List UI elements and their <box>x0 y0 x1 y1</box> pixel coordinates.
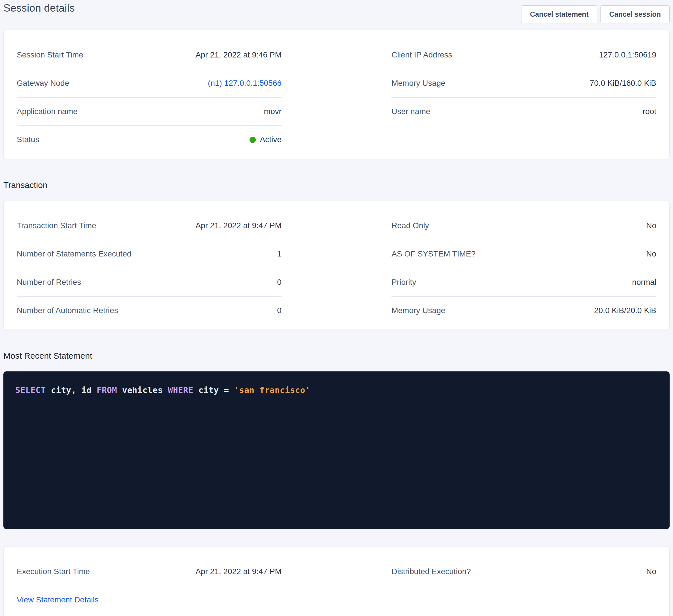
application-name-label: Application name <box>17 107 77 116</box>
gateway-node-label: Gateway Node <box>17 79 69 88</box>
session-start-time-value: Apr 21, 2022 at 9:46 PM <box>195 51 281 59</box>
session-card-right-column: Client IP Address 127.0.0.1:50619 Memory… <box>392 41 656 154</box>
distributed-execution-value: No <box>646 567 656 576</box>
sql-string-literal: 'san francisco' <box>234 385 310 395</box>
row-execution-start-time: Execution Start Time Apr 21, 2022 at 9:4… <box>17 558 281 586</box>
status-value: Active <box>250 135 281 144</box>
row-read-only: Read Only No <box>392 212 656 240</box>
cancel-statement-button[interactable]: Cancel statement <box>521 5 597 23</box>
row-distributed-execution: Distributed Execution? No <box>392 558 656 586</box>
execution-card: Execution Start Time Apr 21, 2022 at 9:4… <box>3 547 670 616</box>
transaction-heading: Transaction <box>3 180 670 190</box>
page-title: Session details <box>3 2 75 14</box>
row-session-memory-usage: Memory Usage 70.0 KiB/160.0 KiB <box>392 69 656 98</box>
row-transaction-start-time: Transaction Start Time Apr 21, 2022 at 9… <box>17 212 281 240</box>
session-card-left-column: Session Start Time Apr 21, 2022 at 9:46 … <box>17 41 281 154</box>
priority-value: normal <box>632 278 656 287</box>
row-priority: Priority normal <box>392 268 656 297</box>
priority-label: Priority <box>392 278 416 287</box>
session-memory-usage-value: 70.0 KiB/160.0 KiB <box>590 79 656 88</box>
read-only-label: Read Only <box>392 221 429 230</box>
row-client-ip: Client IP Address 127.0.0.1:50619 <box>392 41 656 69</box>
row-session-start-time: Session Start Time Apr 21, 2022 at 9:46 … <box>17 41 281 69</box>
transaction-card: Transaction Start Time Apr 21, 2022 at 9… <box>3 201 670 330</box>
transaction-card-left-column: Transaction Start Time Apr 21, 2022 at 9… <box>17 212 281 324</box>
row-application-name: Application name movr <box>17 98 281 126</box>
row-automatic-retries: Number of Automatic Retries 0 <box>17 297 281 325</box>
row-as-of-system-time: AS OF SYSTEM TIME? No <box>392 240 656 268</box>
sql-statement-box: SELECT city, id FROM vehicles WHERE city… <box>3 371 670 529</box>
client-ip-label: Client IP Address <box>392 51 452 59</box>
number-of-retries-label: Number of Retries <box>17 278 81 287</box>
execution-start-time-label: Execution Start Time <box>17 567 90 576</box>
session-start-time-label: Session Start Time <box>17 51 83 59</box>
transaction-card-right-column: Read Only No AS OF SYSTEM TIME? No Prior… <box>392 212 656 324</box>
status-text: Active <box>260 135 281 144</box>
execution-card-left-column: Execution Start Time Apr 21, 2022 at 9:4… <box>17 558 281 614</box>
view-statement-details-link[interactable]: View Statement Details <box>17 596 98 604</box>
statements-executed-label: Number of Statements Executed <box>17 250 132 259</box>
transaction-memory-usage-value: 20.0 KiB/20.0 KiB <box>594 306 656 315</box>
user-name-label: User name <box>392 107 430 116</box>
row-user-name: User name root <box>392 98 656 126</box>
statements-executed-value: 1 <box>277 250 281 259</box>
transaction-memory-usage-label: Memory Usage <box>392 306 445 315</box>
execution-start-time-value: Apr 21, 2022 at 9:47 PM <box>195 567 281 576</box>
sql-keyword-from: FROM <box>96 385 117 395</box>
read-only-value: No <box>646 221 656 230</box>
most-recent-statement-heading: Most Recent Statement <box>3 351 670 361</box>
session-summary-card: Session Start Time Apr 21, 2022 at 9:46 … <box>3 30 670 159</box>
row-gateway-node: Gateway Node (n1) 127.0.0.1:50566 <box>17 69 281 98</box>
sql-table: vehicles <box>117 385 168 395</box>
page-header: Session details Cancel statement Cancel … <box>3 0 670 30</box>
automatic-retries-label: Number of Automatic Retries <box>17 306 118 315</box>
automatic-retries-value: 0 <box>277 306 281 315</box>
transaction-start-time-value: Apr 21, 2022 at 9:47 PM <box>195 221 281 230</box>
number-of-retries-value: 0 <box>277 278 281 287</box>
transaction-start-time-label: Transaction Start Time <box>17 221 96 230</box>
as-of-system-time-value: No <box>646 250 656 259</box>
header-actions: Cancel statement Cancel session <box>521 5 670 23</box>
row-number-of-retries: Number of Retries 0 <box>17 268 281 297</box>
sql-columns: city, id <box>46 385 97 395</box>
status-label: Status <box>17 135 39 144</box>
session-details-page: Session details Cancel statement Cancel … <box>0 0 673 616</box>
user-name-value: root <box>643 107 656 116</box>
sql-predicate: city = <box>194 385 234 395</box>
row-transaction-memory-usage: Memory Usage 20.0 KiB/20.0 KiB <box>392 297 656 325</box>
client-ip-value: 127.0.0.1:50619 <box>599 51 656 59</box>
session-memory-usage-label: Memory Usage <box>392 79 445 88</box>
gateway-node-link[interactable]: (n1) 127.0.0.1:50566 <box>208 79 281 88</box>
distributed-execution-label: Distributed Execution? <box>392 567 471 576</box>
cancel-session-button[interactable]: Cancel session <box>601 5 670 23</box>
row-status: Status Active <box>17 126 281 154</box>
status-active-dot-icon <box>250 137 256 143</box>
sql-keyword-select: SELECT <box>15 385 46 395</box>
row-statements-executed: Number of Statements Executed 1 <box>17 240 281 268</box>
application-name-value: movr <box>264 107 281 116</box>
execution-card-right-column: Distributed Execution? No <box>392 558 656 586</box>
sql-keyword-where: WHERE <box>168 385 194 395</box>
as-of-system-time-label: AS OF SYSTEM TIME? <box>392 250 476 259</box>
row-view-statement-details: View Statement Details <box>17 586 281 614</box>
